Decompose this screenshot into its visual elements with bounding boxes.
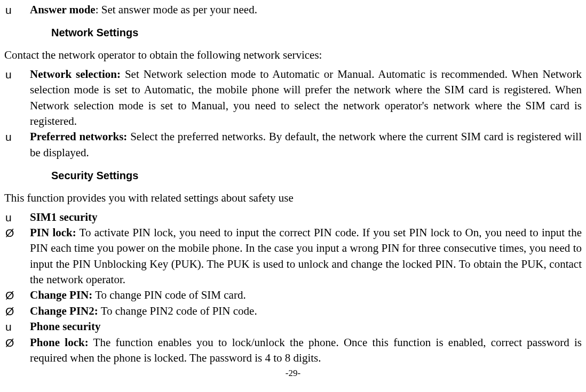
item-answer-mode: u Answer mode: Set answer mode as per yo… [4,2,582,18]
item-pin-lock: Ø PIN lock: To activate PIN lock, you ne… [4,225,582,288]
heading-network-settings: Network Settings [51,25,582,40]
change-pin2-text: To change PIN2 code of PIN code. [98,305,257,317]
pin-lock-label: PIN lock: [30,226,76,239]
bullet-o-icon: Ø [4,225,30,241]
pin-lock-content: PIN lock: To activate PIN lock, you need… [30,225,582,288]
change-pin2-content: Change PIN2: To change PIN2 code of PIN … [30,303,582,319]
change-pin2-label: Change PIN2: [30,305,98,317]
preferred-networks-content: Preferred networks: Select the preferred… [30,129,582,161]
bullet-o-icon: Ø [4,287,30,303]
item-sim1-security: u SIM1 security [4,210,582,225]
item-phone-lock: Ø Phone lock: The function enables you t… [4,335,582,366]
bullet-u-icon: u [4,2,30,18]
network-selection-content: Network selection: Set Network selection… [30,67,582,130]
bullet-o-icon: Ø [4,335,30,350]
item-change-pin: Ø Change PIN: To change PIN code of SIM … [4,287,582,303]
phone-lock-label: Phone lock: [30,336,89,349]
bullet-o-icon: Ø [4,303,30,319]
answer-mode-content: Answer mode: Set answer mode as per your… [30,2,582,18]
security-intro: This function provides you with related … [4,190,582,206]
phone-security-label: Phone security [30,319,582,334]
answer-mode-label: Answer mode [30,3,96,16]
bullet-u-icon: u [4,319,30,334]
bullet-u-icon: u [4,210,30,225]
page-number: -29- [4,367,582,380]
change-pin-content: Change PIN: To change PIN code of SIM ca… [30,287,582,303]
sim1-security-label: SIM1 security [30,210,582,225]
item-change-pin2: Ø Change PIN2: To change PIN2 code of PI… [4,303,582,319]
phone-lock-text: The function enables you to lock/unlock … [30,336,582,364]
network-selection-label: Network selection: [30,68,121,81]
answer-mode-text: : Set answer mode as per your need. [96,3,257,16]
phone-lock-content: Phone lock: The function enables you to … [30,335,582,366]
heading-security-settings: Security Settings [51,168,582,183]
pin-lock-text: To activate PIN lock, you need to input … [30,226,582,286]
item-network-selection: u Network selection: Set Network selecti… [4,67,582,130]
preferred-networks-label: Preferred networks: [30,130,127,143]
change-pin-text: To change PIN code of SIM card. [92,289,246,301]
change-pin-label: Change PIN: [30,289,92,301]
item-preferred-networks: u Preferred networks: Select the preferr… [4,129,582,161]
bullet-u-icon: u [4,129,30,145]
bullet-u-icon: u [4,67,30,82]
item-phone-security: u Phone security [4,319,582,334]
network-intro: Contact the network operator to obtain t… [4,47,582,63]
